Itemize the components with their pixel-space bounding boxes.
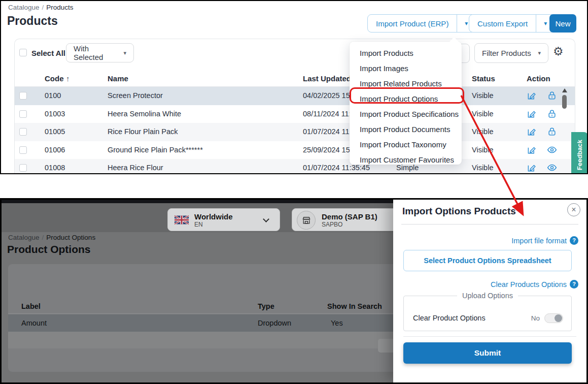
menu-item-import-product-specifications[interactable]: Import Product Specifications (350, 107, 462, 122)
breadcrumb-product-options: Product Options (46, 234, 95, 241)
page-title: Products (7, 14, 58, 28)
lock-icon[interactable] (547, 90, 557, 101)
cell-label: Amount (21, 319, 47, 327)
with-selected-dropdown[interactable]: With Selected ▾ (66, 43, 134, 62)
help-icon[interactable]: ? (570, 280, 578, 289)
cell-status: Visible (472, 91, 493, 100)
cell-status: Visible (472, 164, 493, 172)
col-header-code[interactable]: Code (45, 74, 64, 83)
chevron-down-icon: ▾ (123, 50, 126, 56)
col-header-status[interactable]: Status (472, 74, 495, 83)
edit-icon[interactable] (527, 163, 537, 173)
table-row[interactable]: 01008 Heera Rice Flour 01/07/2024 11:35:… (15, 159, 575, 174)
lock-icon[interactable] (547, 109, 557, 119)
col-header-show-in-search[interactable]: Show In Search (327, 302, 382, 310)
col-header-name[interactable]: Name (108, 74, 128, 83)
menu-item-import-product-taxonomy[interactable]: Import Product Taxonomy (350, 137, 462, 152)
edit-icon[interactable] (527, 109, 537, 119)
new-button[interactable]: New (549, 14, 576, 33)
breadcrumb-separator: / (40, 234, 47, 241)
menu-item-import-customer-favourites[interactable]: Import Customer Favourites (350, 152, 462, 168)
col-header-action: Action (527, 74, 550, 83)
modal-title: Import Options Products (402, 206, 516, 217)
col-header-type[interactable]: Type (258, 302, 274, 310)
submit-button[interactable]: Submit (403, 342, 572, 364)
import-product-erp-button[interactable]: Import Product (ERP) (368, 15, 457, 32)
filter-products-label: Filter Products (482, 49, 531, 57)
page-title: Product Options (7, 243, 91, 255)
import-options-products-modal: Import Options Products × Import file fo… (393, 200, 586, 382)
menu-item-import-products[interactable]: Import Products (350, 46, 462, 61)
col-header-label[interactable]: Label (21, 302, 41, 310)
chevron-down-icon: ▾ (538, 50, 541, 56)
table-row[interactable]: Amount Dropdown Yes (8, 314, 399, 332)
breadcrumb-catalogue[interactable]: Catalogue (8, 234, 40, 241)
select-product-options-spreadsheet-button[interactable]: Select Product Options Spreadsheet (403, 250, 572, 271)
toggle-knob (555, 314, 562, 322)
store-code: SAPBO (322, 221, 342, 228)
edit-icon[interactable] (527, 90, 537, 101)
row-checkbox[interactable] (19, 92, 27, 100)
select-all-checkbox[interactable] (19, 49, 27, 56)
cell-code: 01003 (45, 110, 65, 118)
clear-products-options-link[interactable]: Clear Products Options (491, 280, 567, 289)
cell-name: Heera Rice Flour (108, 164, 163, 172)
row-checkbox[interactable] (19, 128, 27, 136)
sort-ascending-icon[interactable]: ↑ (66, 74, 70, 83)
cell-name: Rice Flour Plain Pack (108, 127, 178, 136)
row-checkbox[interactable] (19, 146, 27, 154)
cell-status: Visible (472, 146, 493, 154)
table-header-row: Label Type Show In Search (8, 300, 399, 314)
edit-icon[interactable] (527, 126, 537, 137)
eye-icon[interactable] (547, 163, 557, 173)
help-icon[interactable]: ? (570, 236, 578, 245)
cell-status: Visible (472, 110, 493, 118)
cell-code: 01005 (45, 127, 65, 136)
locale-name: Worldwide (194, 212, 233, 221)
edit-icon[interactable] (527, 145, 537, 155)
product-options-table-card: Label Type Show In Search Amount Dropdow… (8, 264, 399, 372)
divider (403, 336, 576, 337)
menu-item-import-product-documents[interactable]: Import Product Documents (350, 122, 462, 137)
feedback-tab[interactable]: Feedback (571, 132, 588, 174)
divider (401, 224, 578, 225)
row-checkbox[interactable] (19, 110, 27, 118)
table-row[interactable]: 01003 Heera Semolina White 08/11/2024 11… (15, 105, 575, 123)
locale-code: EN (194, 221, 203, 228)
col-header-last-updated[interactable]: Last Updated (303, 74, 351, 83)
cell-code: 01008 (45, 164, 65, 172)
scrollbar-up-arrow[interactable] (562, 88, 567, 92)
breadcrumb-catalogue[interactable]: Catalogue (8, 4, 40, 11)
table-row[interactable]: 01005 Rice Flour Plain Pack 01/07/2024 1… (15, 123, 575, 141)
locale-selector[interactable]: Worldwide EN (167, 208, 280, 231)
store-selector[interactable]: Demo (SAP B1) SAPBO (292, 208, 408, 231)
uk-flag-icon (175, 215, 189, 225)
product-options-page-panel: Worldwide EN Demo (SAP B1) SAPBO Catalog… (0, 198, 588, 384)
lock-icon[interactable] (547, 126, 557, 137)
row-checkbox[interactable] (19, 164, 27, 172)
menu-item-import-images[interactable]: Import Images (350, 61, 462, 76)
custom-export-button[interactable]: Custom Export (469, 15, 536, 32)
gear-icon[interactable]: ⚙ (553, 45, 564, 58)
table-row[interactable]: 0100 Screen Protector 04/02/2025 15 Visi… (15, 87, 575, 105)
table-header-row: Code ↑ Name Last Updated Status Action (15, 72, 575, 87)
cell-name: Ground Rice Plain Pack****** (108, 146, 203, 154)
clear-product-options-label: Clear Product Options (413, 314, 486, 322)
cell-type: Dropdown (258, 319, 291, 327)
table-row[interactable]: 01006 Ground Rice Plain Pack****** 25/09… (15, 141, 575, 159)
clear-product-options-toggle[interactable] (544, 313, 563, 323)
cell-code: 0100 (45, 91, 61, 100)
toggle-value-label: No (531, 314, 540, 322)
filter-products-dropdown[interactable]: Filter Products ▾ (474, 43, 548, 63)
scrollbar-thumb[interactable] (562, 95, 567, 109)
import-product-erp-button-group: Import Product (ERP) ▾ (367, 14, 476, 33)
clear-products-options-row: Clear Products Options ? (491, 280, 578, 289)
import-file-format-link[interactable]: Import file format (511, 237, 567, 245)
eye-icon[interactable] (547, 145, 557, 155)
cell-last-updated: 08/11/2024 11: (303, 110, 351, 118)
products-page-panel: Catalogue/Products Products Import Produ… (0, 0, 588, 174)
store-icon (297, 211, 316, 230)
chevron-down-icon (263, 216, 269, 222)
custom-export-button-group: Custom Export ▾ (469, 14, 555, 33)
close-icon[interactable]: × (567, 203, 580, 216)
